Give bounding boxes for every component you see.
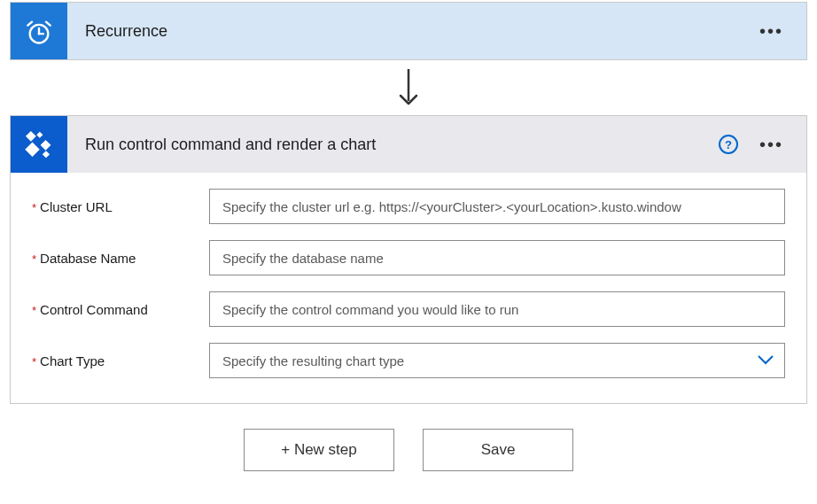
new-step-button[interactable]: + New step	[244, 429, 394, 471]
save-button[interactable]: Save	[423, 429, 573, 471]
kusto-icon	[11, 116, 67, 173]
svg-rect-5	[36, 132, 43, 138]
form-row-chart-type: * Chart Type Specify the resulting chart…	[32, 343, 785, 378]
required-indicator: *	[32, 355, 36, 368]
database-name-input[interactable]	[209, 240, 785, 275]
clock-icon	[11, 3, 67, 59]
control-command-input[interactable]	[209, 291, 785, 327]
required-indicator: *	[32, 201, 36, 214]
footer-actions: + New step Save	[2, 404, 815, 480]
action-header[interactable]: Run control command and render a chart ?…	[11, 116, 806, 173]
chart-type-select[interactable]: Specify the resulting chart type	[209, 343, 785, 378]
trigger-title: Recurrence	[67, 22, 754, 41]
ellipsis-icon[interactable]: •••	[754, 19, 789, 43]
action-card: Run control command and render a chart ?…	[10, 115, 807, 404]
required-indicator: *	[32, 304, 36, 317]
chart-type-label: * Chart Type	[32, 353, 209, 368]
control-command-label: * Control Command	[32, 302, 209, 317]
action-title: Run control command and render a chart	[67, 136, 719, 154]
cluster-url-input[interactable]	[209, 189, 785, 224]
cluster-url-label: * Cluster URL	[32, 199, 209, 214]
svg-rect-6	[25, 143, 39, 157]
arrow-connector	[2, 60, 815, 115]
form-row-control-command: * Control Command	[32, 291, 785, 327]
trigger-card: Recurrence •••	[10, 2, 807, 60]
trigger-header[interactable]: Recurrence •••	[11, 3, 806, 59]
ellipsis-icon[interactable]: •••	[754, 132, 789, 157]
form-row-database-name: * Database Name	[32, 240, 785, 275]
svg-rect-7	[41, 140, 51, 151]
svg-rect-4	[26, 131, 36, 142]
help-icon[interactable]: ?	[719, 135, 738, 154]
form-row-cluster-url: * Cluster URL	[32, 189, 785, 224]
svg-rect-8	[43, 151, 50, 158]
database-name-label: * Database Name	[32, 251, 209, 266]
action-body: * Cluster URL * Database Name * Control …	[11, 173, 806, 403]
required-indicator: *	[32, 252, 36, 266]
